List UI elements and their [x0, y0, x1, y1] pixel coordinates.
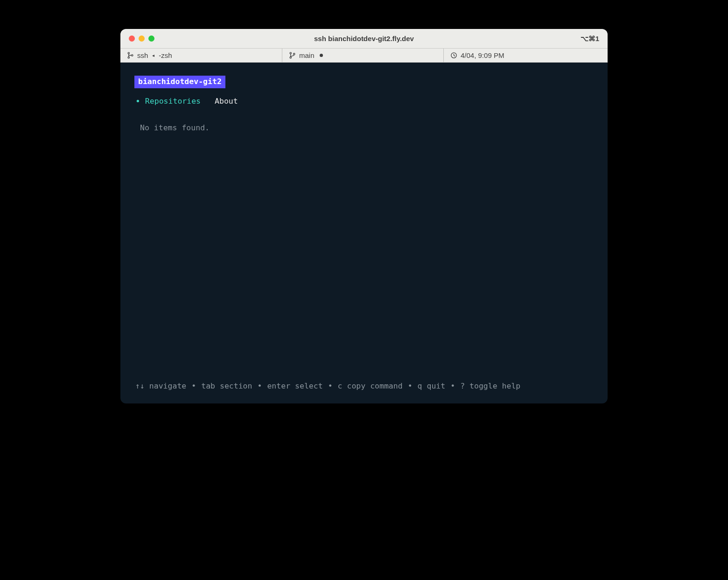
help-toggle: ? toggle help [460, 381, 520, 392]
tab-about[interactable]: About [215, 96, 238, 107]
status-time-section: 4/04, 9:09 PM [443, 49, 608, 62]
status-timestamp: 4/04, 9:09 PM [461, 51, 504, 59]
help-bar: ↑↓ navigate • tab section • enter select… [134, 381, 594, 395]
status-bar: ssh ◂ -zsh main 4/0 [120, 49, 608, 63]
status-process: ssh [137, 51, 148, 59]
clock-icon [450, 52, 457, 59]
help-separator: • [191, 381, 196, 392]
help-navigate: ↑↓ navigate [135, 381, 186, 392]
help-copy: c copy command [338, 381, 403, 392]
help-enter: enter select [267, 381, 322, 392]
minimize-button[interactable] [139, 35, 145, 42]
help-tab: tab section [201, 381, 252, 392]
process-tree-icon [127, 52, 134, 59]
help-separator: • [258, 381, 262, 392]
svg-point-3 [290, 52, 291, 54]
status-branch-section: main [282, 49, 443, 62]
tab-label: Repositories [145, 96, 201, 107]
active-tab-bullet-icon: • [135, 97, 140, 106]
status-branch: main [299, 51, 315, 59]
git-branch-icon [289, 52, 296, 59]
svg-point-2 [132, 55, 133, 56]
titlebar: ssh bianchidotdev-git2.fly.dev ⌥⌘1 [120, 29, 608, 49]
svg-point-0 [128, 52, 129, 54]
close-button[interactable] [129, 35, 135, 42]
status-process-section: ssh ◂ -zsh [120, 49, 282, 62]
help-separator: • [328, 381, 333, 392]
tab-repositories[interactable]: • Repositories [135, 96, 201, 107]
svg-point-5 [294, 53, 295, 55]
dirty-indicator-icon [320, 54, 323, 57]
traffic-lights [129, 35, 154, 42]
maximize-button[interactable] [148, 35, 154, 42]
tabs-row: • Repositories About [134, 96, 594, 107]
host-badge: bianchidotdev-git2 [134, 76, 225, 88]
terminal-content[interactable]: bianchidotdev-git2 • Repositories About … [120, 63, 608, 403]
terminal-window: ssh bianchidotdev-git2.fly.dev ⌥⌘1 ssh ◂… [120, 29, 608, 403]
triangle-left-icon: ◂ [152, 53, 154, 58]
svg-point-4 [290, 57, 291, 58]
help-quit: q quit [418, 381, 446, 392]
help-separator: • [450, 381, 455, 392]
empty-state-message: No items found. [134, 122, 594, 134]
svg-point-1 [128, 57, 129, 58]
help-separator: • [408, 381, 413, 392]
window-title: ssh bianchidotdev-git2.fly.dev [120, 35, 608, 42]
tab-label: About [215, 96, 238, 107]
status-shell: -zsh [159, 51, 172, 59]
window-shortcut-indicator: ⌥⌘1 [581, 35, 599, 43]
